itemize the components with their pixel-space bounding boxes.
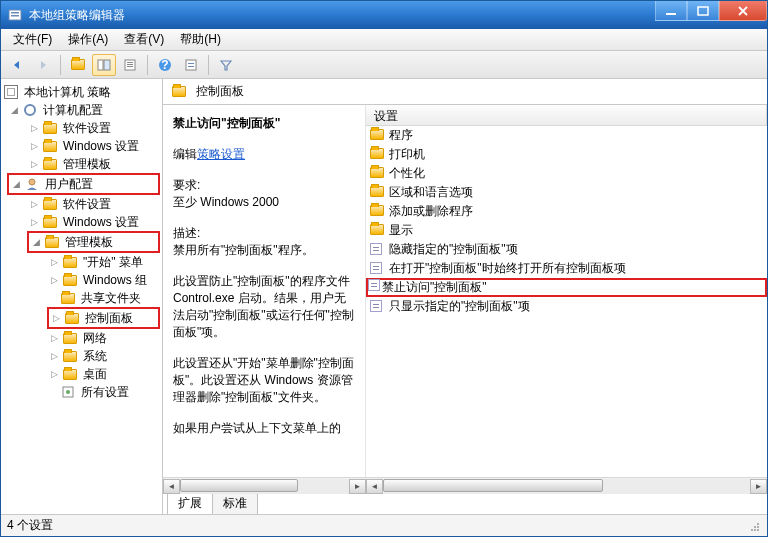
menu-action[interactable]: 操作(A) bbox=[60, 29, 116, 50]
list-item[interactable]: 只显示指定的"控制面板"项 bbox=[366, 297, 767, 316]
tree-uc-software[interactable]: 软件设置 bbox=[61, 195, 113, 214]
list-item[interactable]: 隐藏指定的"控制面板"项 bbox=[366, 240, 767, 259]
list-item[interactable]: 个性化 bbox=[366, 164, 767, 183]
tree-cc-windows[interactable]: Windows 设置 bbox=[61, 137, 141, 156]
expand-icon[interactable]: ▷ bbox=[49, 333, 60, 344]
svg-rect-4 bbox=[698, 7, 708, 15]
folder-icon bbox=[42, 139, 58, 153]
list-content[interactable]: 程序 打印机 个性化 区域和语言选项 添加或删除程序 显示 隐藏指定的"控制面板… bbox=[366, 126, 767, 477]
status-bar: 4 个设置 bbox=[1, 514, 767, 536]
folder-icon bbox=[62, 367, 78, 381]
folder-icon bbox=[42, 215, 58, 229]
svg-text:?: ? bbox=[161, 58, 168, 72]
tab-standard[interactable]: 标准 bbox=[212, 492, 258, 514]
tree-user-config[interactable]: 用户配置 bbox=[43, 175, 95, 194]
collapse-icon[interactable]: ◢ bbox=[9, 105, 20, 116]
resize-grip-icon[interactable] bbox=[747, 519, 761, 533]
expand-icon[interactable]: ▷ bbox=[29, 199, 40, 210]
scroll-thumb[interactable] bbox=[180, 479, 298, 492]
expand-icon[interactable]: ▷ bbox=[49, 275, 60, 286]
minimize-button[interactable] bbox=[655, 1, 687, 21]
expand-icon[interactable]: ▷ bbox=[29, 217, 40, 228]
tree-network[interactable]: 网络 bbox=[81, 329, 109, 348]
tree-computer-config[interactable]: 计算机配置 bbox=[41, 101, 105, 120]
expand-icon[interactable]: ▷ bbox=[29, 159, 40, 170]
svg-rect-14 bbox=[188, 63, 194, 64]
list-item[interactable]: 程序 bbox=[366, 126, 767, 145]
tree-control-panel[interactable]: 控制面板 bbox=[83, 309, 135, 328]
svg-rect-13 bbox=[186, 60, 196, 70]
scroll-right-button[interactable]: ► bbox=[750, 479, 767, 494]
folder-icon bbox=[370, 205, 384, 219]
scroll-left-button[interactable]: ◄ bbox=[366, 479, 383, 494]
list-item-selected[interactable]: 禁止访问"控制面板" bbox=[366, 278, 767, 297]
right-header: 控制面板 bbox=[163, 79, 767, 105]
tree-uc-windows[interactable]: Windows 设置 bbox=[61, 213, 141, 232]
svg-rect-6 bbox=[104, 60, 110, 70]
expand-icon[interactable]: ▷ bbox=[51, 313, 62, 324]
svg-point-21 bbox=[757, 526, 759, 528]
expand-icon[interactable]: ▷ bbox=[49, 369, 60, 380]
menu-help[interactable]: 帮助(H) bbox=[172, 29, 229, 50]
properties-button[interactable] bbox=[179, 54, 203, 76]
titlebar[interactable]: 本地组策略编辑器 bbox=[1, 1, 767, 29]
list-item[interactable]: 打印机 bbox=[366, 145, 767, 164]
expand-icon[interactable]: ▷ bbox=[29, 141, 40, 152]
maximize-button[interactable] bbox=[687, 1, 719, 21]
tree-desktop[interactable]: 桌面 bbox=[81, 365, 109, 384]
tree-win-comp[interactable]: Windows 组 bbox=[81, 271, 149, 290]
list-item[interactable]: 显示 bbox=[366, 221, 767, 240]
expand-icon[interactable]: ▷ bbox=[49, 351, 60, 362]
tree-root[interactable]: 本地计算机 策略 bbox=[22, 83, 113, 102]
desc-scrollbar[interactable]: ◄ ► bbox=[163, 477, 366, 494]
policy-settings-link[interactable]: 策略设置 bbox=[197, 147, 245, 161]
policy-title: 禁止访问"控制面板" bbox=[173, 115, 355, 132]
tree-shared[interactable]: 共享文件夹 bbox=[79, 289, 143, 308]
help-button[interactable]: ? bbox=[153, 54, 177, 76]
folder-icon bbox=[60, 291, 76, 305]
menu-view[interactable]: 查看(V) bbox=[116, 29, 172, 50]
menubar: 文件(F) 操作(A) 查看(V) 帮助(H) bbox=[1, 29, 767, 51]
folder-icon bbox=[64, 311, 80, 325]
setting-icon bbox=[370, 300, 384, 314]
export-button[interactable] bbox=[118, 54, 142, 76]
show-hide-tree-button[interactable] bbox=[92, 54, 116, 76]
collapse-icon[interactable]: ◢ bbox=[31, 237, 42, 248]
back-button[interactable] bbox=[5, 54, 29, 76]
filter-button[interactable] bbox=[214, 54, 238, 76]
tree-start-menu[interactable]: "开始" 菜单 bbox=[81, 253, 145, 272]
svg-rect-1 bbox=[11, 12, 19, 14]
tree-cc-software[interactable]: 软件设置 bbox=[61, 119, 113, 138]
description-label: 描述: bbox=[173, 226, 200, 240]
scroll-right-button[interactable]: ► bbox=[349, 479, 366, 494]
root-icon bbox=[3, 85, 19, 99]
list-scrollbar[interactable]: ◄ ► bbox=[366, 477, 767, 494]
scroll-thumb[interactable] bbox=[383, 479, 603, 492]
tree-system[interactable]: 系统 bbox=[81, 347, 109, 366]
column-setting[interactable]: 设置 bbox=[366, 105, 767, 125]
close-button[interactable] bbox=[719, 1, 767, 21]
list-item[interactable]: 添加或删除程序 bbox=[366, 202, 767, 221]
tree-cc-admin[interactable]: 管理模板 bbox=[61, 155, 113, 174]
folder-icon bbox=[171, 85, 187, 99]
tree-all-settings[interactable]: 所有设置 bbox=[79, 383, 131, 402]
svg-rect-8 bbox=[127, 62, 133, 63]
expand-icon[interactable]: ▷ bbox=[29, 123, 40, 134]
tree-pane[interactable]: 本地计算机 策略 ◢ 计算机配置 ▷ 软件设置 ▷ Windows 设置 ▷ 管… bbox=[1, 79, 163, 514]
folder-icon bbox=[62, 331, 78, 345]
desc-para-3: 此设置还从"开始"菜单删除"控制面板"。此设置还从 Windows 资源管理器删… bbox=[173, 355, 355, 406]
folder-icon bbox=[370, 167, 384, 181]
settings-icon bbox=[60, 385, 76, 399]
requirements-label: 要求: bbox=[173, 178, 200, 192]
tab-extended[interactable]: 扩展 bbox=[167, 492, 213, 514]
forward-button[interactable] bbox=[31, 54, 55, 76]
requirements-value: 至少 Windows 2000 bbox=[173, 194, 355, 211]
menu-file[interactable]: 文件(F) bbox=[5, 29, 60, 50]
list-item[interactable]: 在打开"控制面板"时始终打开所有控制面板项 bbox=[366, 259, 767, 278]
list-item[interactable]: 区域和语言选项 bbox=[366, 183, 767, 202]
up-button[interactable] bbox=[66, 54, 90, 76]
collapse-icon[interactable]: ◢ bbox=[11, 179, 22, 190]
scroll-left-button[interactable]: ◄ bbox=[163, 479, 180, 494]
expand-icon[interactable]: ▷ bbox=[49, 257, 60, 268]
tree-uc-admin[interactable]: 管理模板 bbox=[63, 233, 115, 252]
